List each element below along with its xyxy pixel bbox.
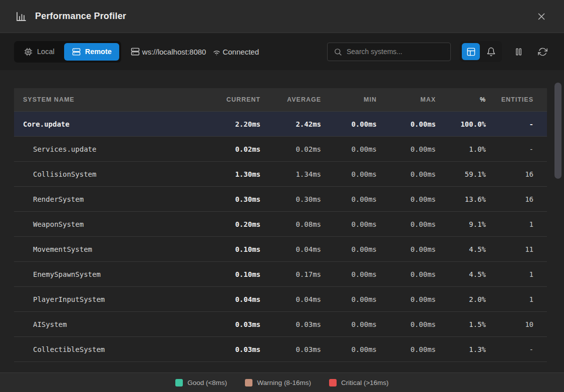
table-row[interactable]: Core.update 2.20ms 2.42ms 0.00ms 0.00ms …: [14, 112, 547, 137]
table-row[interactable]: WeaponSystem 0.20ms 0.08ms 0.00ms 0.00ms…: [14, 212, 547, 237]
legend-label: Critical (>16ms): [341, 379, 389, 386]
entities-count-cell: -: [486, 120, 533, 128]
current-time-cell: 0.03ms: [203, 345, 260, 353]
legend-item: Critical (>16ms): [329, 379, 389, 386]
percent-cell: 2.0%: [436, 295, 486, 303]
table-row[interactable]: MovementSystem 0.10ms 0.04ms 0.00ms 0.00…: [14, 237, 547, 262]
column-header-current[interactable]: CURRENT: [203, 96, 260, 103]
min-time-cell: 0.00ms: [321, 345, 377, 353]
table-row[interactable]: EnemySpawnSystem 0.10ms 0.17ms 0.00ms 0.…: [14, 262, 547, 287]
system-name-cell: RenderSystem: [14, 195, 203, 203]
view-toggle-group: [460, 41, 502, 62]
max-time-cell: 0.00ms: [377, 295, 436, 303]
average-time-cell: 0.08ms: [260, 220, 321, 228]
entities-count-cell: -: [486, 145, 533, 153]
connection-status: Connected: [212, 47, 259, 57]
cpu-chip-icon: [24, 47, 33, 57]
system-name-cell: CollectibleSystem: [14, 345, 203, 353]
percent-cell: 1.0%: [436, 145, 486, 153]
average-time-cell: 2.42ms: [260, 120, 321, 128]
average-time-cell: 0.03ms: [260, 345, 321, 353]
percent-cell: 4.5%: [436, 245, 486, 253]
current-time-cell: 0.10ms: [203, 245, 260, 253]
system-name-cell: AISystem: [14, 320, 203, 328]
mode-segmented-control: Local Remote: [14, 41, 121, 63]
legend-label: Warning (8-16ms): [257, 379, 311, 386]
max-time-cell: 0.00ms: [377, 170, 436, 178]
column-header-max[interactable]: MAX: [377, 96, 436, 103]
current-time-cell: 0.30ms: [203, 195, 260, 203]
column-header-average[interactable]: AVERAGE: [260, 96, 321, 103]
search-input[interactable]: [347, 48, 444, 56]
system-name-cell: Core.update: [14, 120, 203, 128]
table-row[interactable]: Services.update 0.02ms 0.02ms 0.00ms 0.0…: [14, 137, 547, 162]
table-header-row: SYSTEM NAME CURRENT AVERAGE MIN MAX % EN…: [14, 88, 547, 112]
percent-cell: 4.5%: [436, 270, 486, 278]
close-button[interactable]: [534, 9, 549, 24]
current-time-cell: 1.30ms: [203, 170, 260, 178]
entities-count-cell: 1: [486, 270, 533, 278]
max-time-cell: 0.00ms: [377, 345, 436, 353]
table-row[interactable]: PlayerInputSystem 0.04ms 0.04ms 0.00ms 0…: [14, 287, 547, 312]
vertical-scrollbar-thumb[interactable]: [554, 83, 561, 179]
system-name-cell: WeaponSystem: [14, 220, 203, 228]
max-time-cell: 0.00ms: [377, 120, 436, 128]
max-time-cell: 0.00ms: [377, 145, 436, 153]
current-time-cell: 0.03ms: [203, 320, 260, 328]
table-row[interactable]: CollisionSystem 1.30ms 1.34ms 0.00ms 0.0…: [14, 162, 547, 187]
table-row[interactable]: AISystem 0.03ms 0.03ms 0.00ms 0.00ms 1.5…: [14, 312, 547, 337]
alerts-button[interactable]: [482, 43, 500, 60]
system-name-cell: EnemySpawnSystem: [14, 270, 203, 278]
average-time-cell: 0.17ms: [260, 270, 321, 278]
current-time-cell: 0.02ms: [203, 145, 260, 153]
bar-chart-icon: [15, 11, 27, 23]
legend: Good (<8ms) Warning (8-16ms) Critical (>…: [0, 372, 564, 392]
entities-count-cell: 10: [486, 320, 533, 328]
column-header-percent[interactable]: %: [436, 96, 486, 103]
min-time-cell: 0.00ms: [321, 170, 377, 178]
table-row[interactable]: RenderSystem 0.30ms 0.30ms 0.00ms 0.00ms…: [14, 187, 547, 212]
server-icon: [72, 47, 81, 57]
percent-cell: 100.0%: [436, 120, 486, 128]
max-time-cell: 0.00ms: [377, 320, 436, 328]
min-time-cell: 0.00ms: [321, 270, 377, 278]
system-name-cell: PlayerInputSystem: [14, 295, 203, 303]
table-row[interactable]: CollectibleSystem 0.03ms 0.03ms 0.00ms 0…: [14, 337, 547, 362]
average-time-cell: 1.34ms: [260, 170, 321, 178]
connection-info: ws://localhost:8080 Connected: [130, 47, 259, 57]
percent-cell: 9.1%: [436, 220, 486, 228]
remote-mode-button[interactable]: Remote: [64, 43, 119, 61]
refresh-icon: [538, 47, 547, 57]
average-time-cell: 0.04ms: [260, 245, 321, 253]
min-time-cell: 0.00ms: [321, 320, 377, 328]
entities-count-cell: 1: [486, 295, 533, 303]
wifi-icon: [212, 47, 221, 57]
max-time-cell: 0.00ms: [377, 270, 436, 278]
percent-cell: 1.3%: [436, 345, 486, 353]
min-time-cell: 0.00ms: [321, 195, 377, 203]
refresh-button[interactable]: [535, 43, 550, 60]
local-mode-button[interactable]: Local: [16, 43, 62, 61]
connection-url: ws://localhost:8080: [142, 48, 206, 56]
pause-button[interactable]: [511, 43, 526, 60]
average-time-cell: 0.30ms: [260, 195, 321, 203]
column-header-entities[interactable]: ENTITIES: [486, 96, 533, 103]
system-name-cell: CollisionSystem: [14, 170, 203, 178]
search-icon: [334, 48, 342, 56]
close-icon: [536, 11, 547, 22]
entities-count-cell: 16: [486, 195, 533, 203]
search-box: [327, 43, 451, 61]
entities-count-cell: 16: [486, 170, 533, 178]
column-header-system-name[interactable]: SYSTEM NAME: [14, 96, 203, 103]
entities-count-cell: -: [486, 345, 533, 353]
max-time-cell: 0.00ms: [377, 195, 436, 203]
legend-swatch: [245, 379, 252, 386]
average-time-cell: 0.02ms: [260, 145, 321, 153]
min-time-cell: 0.00ms: [321, 120, 377, 128]
table-view-button[interactable]: [462, 43, 480, 60]
legend-swatch: [175, 379, 183, 386]
current-time-cell: 0.04ms: [203, 295, 260, 303]
entities-count-cell: 1: [486, 220, 533, 228]
max-time-cell: 0.00ms: [377, 220, 436, 228]
column-header-min[interactable]: MIN: [321, 96, 377, 103]
